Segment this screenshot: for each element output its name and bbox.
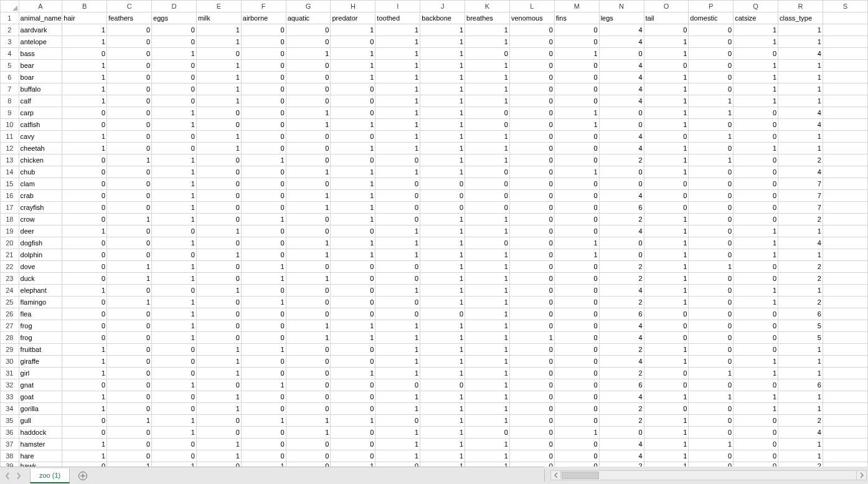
- data-cell[interactable]: 0: [241, 202, 286, 214]
- data-cell[interactable]: 0: [62, 237, 107, 249]
- data-cell[interactable]: 1: [331, 237, 375, 249]
- data-cell[interactable]: 0: [107, 166, 152, 178]
- data-cell[interactable]: 0: [689, 72, 734, 83]
- data-cell[interactable]: 0: [107, 368, 152, 379]
- data-cell[interactable]: 1: [734, 237, 778, 249]
- data-cell[interactable]: 0: [286, 60, 331, 72]
- data-cell[interactable]: 1: [734, 356, 778, 368]
- data-cell[interactable]: 1: [331, 190, 375, 202]
- row-header[interactable]: 28: [1, 332, 19, 344]
- column-header[interactable]: S: [823, 1, 867, 12]
- data-cell[interactable]: 1: [286, 320, 331, 332]
- data-cell[interactable]: 0: [62, 214, 107, 225]
- data-cell[interactable]: 0: [331, 427, 375, 439]
- data-cell[interactable]: 0: [689, 379, 734, 391]
- data-cell[interactable]: 1: [734, 391, 778, 403]
- data-cell[interactable]: 0: [152, 143, 197, 154]
- data-cell[interactable]: 0: [62, 308, 107, 320]
- data-cell[interactable]: 0: [62, 202, 107, 214]
- data-cell[interactable]: 0: [152, 391, 197, 403]
- data-cell[interactable]: 1: [509, 332, 554, 344]
- data-cell[interactable]: 1: [107, 273, 152, 285]
- data-cell[interactable]: 0: [62, 119, 107, 131]
- data-cell[interactable]: 0: [509, 462, 554, 467]
- data-cell[interactable]: 0: [62, 297, 107, 308]
- data-cell[interactable]: 0: [196, 261, 241, 273]
- data-cell[interactable]: 1: [375, 48, 420, 60]
- data-cell[interactable]: 0: [554, 190, 599, 202]
- field-header-cell[interactable]: backbone: [420, 12, 465, 24]
- data-cell[interactable]: 1: [778, 24, 823, 36]
- data-cell[interactable]: 0: [62, 332, 107, 344]
- data-cell[interactable]: 0: [241, 24, 286, 36]
- data-cell[interactable]: 1: [152, 178, 197, 190]
- data-cell[interactable]: 4: [599, 143, 644, 154]
- data-cell[interactable]: 0: [689, 83, 734, 95]
- data-cell[interactable]: 4: [599, 391, 644, 403]
- data-cell[interactable]: 4: [599, 83, 644, 95]
- data-cell[interactable]: 1: [62, 368, 107, 379]
- data-cell[interactable]: 1: [286, 415, 331, 427]
- data-cell[interactable]: 0: [331, 297, 375, 308]
- data-cell[interactable]: 0: [375, 462, 420, 467]
- data-cell[interactable]: 0: [554, 356, 599, 368]
- data-cell[interactable]: 1: [196, 391, 241, 403]
- data-cell[interactable]: 0: [241, 178, 286, 190]
- data-cell[interactable]: 1: [465, 450, 510, 462]
- data-cell[interactable]: 0: [286, 308, 331, 320]
- data-cell[interactable]: 1: [420, 249, 465, 261]
- data-cell[interactable]: 4: [599, 320, 644, 332]
- data-cell[interactable]: 0: [734, 48, 778, 60]
- data-cell[interactable]: 4: [778, 166, 823, 178]
- data-cell[interactable]: 0: [734, 379, 778, 391]
- data-cell[interactable]: 2: [599, 297, 644, 308]
- data-cell[interactable]: 1: [62, 83, 107, 95]
- data-cell[interactable]: 0: [152, 285, 197, 297]
- data-cell[interactable]: 1: [420, 450, 465, 462]
- data-cell[interactable]: 1: [778, 225, 823, 237]
- data-cell[interactable]: 0: [509, 285, 554, 297]
- data-cell[interactable]: 1: [644, 154, 689, 166]
- data-cell[interactable]: 0: [107, 95, 152, 107]
- data-cell[interactable]: 0: [734, 154, 778, 166]
- data-cell[interactable]: 1: [107, 297, 152, 308]
- data-cell[interactable]: 0: [152, 403, 197, 415]
- column-header[interactable]: Q: [734, 1, 778, 12]
- data-cell[interactable]: 1: [734, 368, 778, 379]
- data-cell[interactable]: 1: [644, 214, 689, 225]
- data-cell[interactable]: 0: [331, 356, 375, 368]
- data-cell[interactable]: 0: [509, 24, 554, 36]
- data-cell[interactable]: 0: [734, 308, 778, 320]
- data-cell[interactable]: 1: [196, 285, 241, 297]
- data-cell[interactable]: cheetah: [19, 143, 62, 154]
- data-cell[interactable]: 2: [778, 273, 823, 285]
- data-cell[interactable]: 1: [644, 285, 689, 297]
- data-cell[interactable]: 2: [778, 261, 823, 273]
- field-header-cell[interactable]: toothed: [375, 12, 420, 24]
- data-cell[interactable]: 0: [554, 379, 599, 391]
- data-cell[interactable]: 1: [734, 403, 778, 415]
- data-cell[interactable]: 1: [644, 249, 689, 261]
- data-cell[interactable]: 0: [554, 178, 599, 190]
- data-cell[interactable]: 1: [331, 119, 375, 131]
- data-cell[interactable]: 1: [331, 24, 375, 36]
- data-cell[interactable]: 0: [241, 391, 286, 403]
- data-cell[interactable]: 4: [599, 190, 644, 202]
- data-cell[interactable]: 0: [554, 202, 599, 214]
- data-cell[interactable]: 1: [375, 368, 420, 379]
- data-cell[interactable]: 1: [465, 249, 510, 261]
- data-cell[interactable]: 0: [152, 439, 197, 450]
- data-cell[interactable]: 0: [644, 24, 689, 36]
- data-cell[interactable]: 0: [734, 214, 778, 225]
- data-cell[interactable]: 0: [286, 83, 331, 95]
- data-cell[interactable]: 1: [420, 119, 465, 131]
- data-cell[interactable]: 0: [196, 297, 241, 308]
- data-cell[interactable]: 1: [465, 356, 510, 368]
- data-cell[interactable]: 0: [286, 368, 331, 379]
- data-cell[interactable]: 1: [62, 24, 107, 36]
- data-cell[interactable]: 4: [599, 285, 644, 297]
- data-cell[interactable]: 1: [420, 356, 465, 368]
- data-cell[interactable]: 1: [62, 225, 107, 237]
- data-cell[interactable]: 0: [107, 225, 152, 237]
- data-cell[interactable]: 1: [152, 107, 197, 119]
